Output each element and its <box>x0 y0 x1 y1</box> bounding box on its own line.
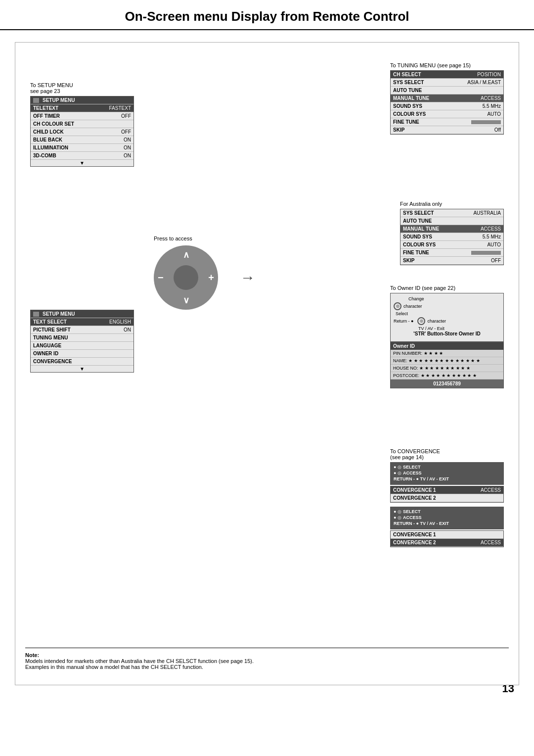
setup-menu-box-bottom: SETUP MENU TEXT SELECTENGLISH PICTURE SH… <box>30 310 134 373</box>
aus-row: FINE TUNE <box>400 249 503 257</box>
press-to-access-label: Press to access <box>154 236 218 241</box>
tuning-menu-area: To TUNING MENU (see page 15) CH SELECTPO… <box>390 62 504 135</box>
owner-id-note: To Owner ID (see page 22) <box>390 285 504 291</box>
tuning-row: SOUND SYS5.5 MHz <box>391 102 503 110</box>
menu-row: PICTURE SHIFTON <box>31 326 134 333</box>
tuning-row: AUTO TUNE <box>391 87 503 94</box>
ctrl-row: Select <box>394 311 500 316</box>
cc-row: ● ◎ ACCESS <box>394 515 500 520</box>
convergence-area: To CONVERGENCE(see page 14) ● ◎ SELECT ●… <box>390 448 504 548</box>
tuning-row: SKIPOff <box>391 126 503 134</box>
owner-id-diagram: Change ◎ character Select Return - ● ◎ c… <box>390 293 504 342</box>
convergence-ctrl-box-2: ● ◎ SELECT ● ◎ ACCESS RETURN - ● TV / AV… <box>390 507 504 529</box>
house-row: HOUSE NO: ★ ★ ★ ★ ★ ★ ★ ★ ★ ★ <box>391 365 503 372</box>
ctrl-row: Return - ● ◎ character <box>394 317 500 325</box>
page-title: On-Screen menu Display from Remote Contr… <box>125 9 409 24</box>
select-icon: ● ◎ <box>394 465 401 470</box>
menu-arrow-bottom: ▼ <box>31 365 134 372</box>
note-section: Note: Models intended for markets other … <box>25 648 509 670</box>
ctrl-row: Change <box>394 296 500 301</box>
australia-label: For Australia only <box>400 201 504 207</box>
menu-arrow: ▼ <box>31 159 134 166</box>
remote-button[interactable]: ∧ ∨ − + <box>154 245 218 310</box>
cc-row: ● ◎ ACCESS <box>394 471 500 475</box>
menu-row: ILLUMINATIONON <box>31 143 134 151</box>
aus-row: SYS SELECTAUSTRALIA <box>400 209 503 217</box>
menu-row: TUNING MENU <box>31 333 134 341</box>
setup-menu-bottom-title: SETUP MENU <box>31 310 134 318</box>
aus-row: MANUAL TUNEACCESS <box>400 225 503 233</box>
conv-row: CONVERGENCE 1 <box>391 531 503 539</box>
owner-id-box: Owner ID PIN NUMBER: ★ ★ ★ ★ NAME: ★ ★ ★… <box>390 342 504 388</box>
setup-menu-box-top: SETUP MENU TELETEXTFASTEXT OFF TIMEROFF … <box>30 96 134 167</box>
center-btn[interactable] <box>174 265 198 290</box>
note-bold: Note: <box>25 652 509 658</box>
setup-menu-title: SETUP MENU <box>31 96 134 104</box>
menu-row: CONVERGENCE <box>31 357 134 365</box>
tuning-menu-box: CH SELECTPOSITION SYS SELECTASIA / M.EAS… <box>390 70 504 135</box>
tuning-row: COLOUR SYSAUTO <box>391 110 503 118</box>
menu-row: OFF TIMEROFF <box>31 112 134 120</box>
tuning-row: MANUAL TUNEACCESS <box>391 94 503 102</box>
menu-row: OWNER ID <box>31 349 134 357</box>
arrow-up-icon: ∧ <box>183 249 189 260</box>
conv-row: CONVERGENCE 2 <box>391 494 503 502</box>
name-row: NAME: ★ ★ ★ ★ ★ ★ ★ ★ ★ ★ ★ ★ ★ ★ <box>391 357 503 365</box>
aus-row: AUTO TUNE <box>400 217 503 225</box>
next-arrow-icon: → <box>240 269 255 286</box>
owner-id-box-title: Owner ID <box>391 342 503 350</box>
tuning-row: SYS SELECTASIA / M.EAST <box>391 79 503 87</box>
owner-id-area: To Owner ID (see page 22) Change ◎ chara… <box>390 285 504 388</box>
tuning-row: FINE TUNE <box>391 118 503 126</box>
arrow-down-icon: ∨ <box>183 295 189 306</box>
convergence-note: To CONVERGENCE(see page 14) <box>390 448 504 460</box>
dial-icon-2: ◎ <box>417 317 425 325</box>
menu-row: BLUE BACKON <box>31 136 134 143</box>
postcode-row: POSTCODE: ★ ★ ★ ★ ★ ★ ★ ★ ★ ★ ★ <box>391 372 503 379</box>
ctrl-row: ◎ character <box>394 302 500 310</box>
arrow-left-icon: − <box>158 272 164 284</box>
pin-row: PIN NUMBER: ★ ★ ★ ★ <box>391 350 503 357</box>
ctrl-row: TV / AV - Exit <box>394 326 500 331</box>
menu-row: LANGUAGE <box>31 341 134 349</box>
select-icon-2: ● ◎ <box>394 509 401 514</box>
aus-row: SOUND SYS5.5 MHz <box>400 233 503 241</box>
note-line1: Models intended for markets other than A… <box>25 658 509 664</box>
tuning-note: To TUNING MENU (see page 15) <box>390 62 504 68</box>
convergence-ctrl-box-1: ● ◎ SELECT ● ◎ ACCESS RETURN - ● TV / AV… <box>390 462 504 485</box>
arrow-right-icon: + <box>208 272 214 284</box>
convergence-menu-2: CONVERGENCE 1 CONVERGENCE 2ACCESS <box>390 530 504 547</box>
setup-menu-top: To SETUP MENUsee page 23 SETUP MENU TELE… <box>30 82 134 167</box>
setup-note: To SETUP MENUsee page 23 <box>30 82 134 94</box>
access-icon-2: ● ◎ <box>394 515 401 520</box>
setup-menu-bottom: SETUP MENU TEXT SELECTENGLISH PICTURE SH… <box>30 310 134 373</box>
menu-row: CH COLOUR SET <box>31 120 134 128</box>
str-btn-label: 'STR' Button-Store Owner ID <box>394 331 500 336</box>
aus-row: SKIPOFF <box>400 257 503 265</box>
conv-row: CONVERGENCE 1ACCESS <box>391 486 503 494</box>
dial-icon: ◎ <box>394 302 401 310</box>
note-line2: Examples in this manual show a model tha… <box>25 664 509 670</box>
australia-area: For Australia only SYS SELECTAUSTRALIA A… <box>400 201 504 265</box>
number-pad-row: 0123456789 <box>391 379 503 388</box>
cc-row: ● ◎ SELECT <box>394 465 500 470</box>
page-header: On-Screen menu Display from Remote Contr… <box>0 0 534 30</box>
tuning-row: CH SELECTPOSITION <box>391 71 503 79</box>
convergence-menu-1: CONVERGENCE 1ACCESS CONVERGENCE 2 <box>390 486 504 503</box>
menu-row: 3D-COMBON <box>31 151 134 159</box>
aus-menu-box: SYS SELECTAUSTRALIA AUTO TUNE MANUAL TUN… <box>400 209 504 265</box>
remote-area: Press to access ∧ ∨ − + → <box>154 236 218 312</box>
cc-row: RETURN - ● TV / AV - EXIT <box>394 476 500 481</box>
menu-row: TELETEXTFASTEXT <box>31 104 134 112</box>
aus-row: COLOUR SYSAUTO <box>400 241 503 249</box>
menu-row: TEXT SELECTENGLISH <box>31 318 134 326</box>
cc-row: RETURN - ● TV / AV - EXIT <box>394 521 500 526</box>
char-controls: Change ◎ character Select Return - ● ◎ c… <box>394 296 500 331</box>
access-icon: ● ◎ <box>394 471 401 475</box>
menu-row: CHILD LOCKOFF <box>31 128 134 136</box>
main-content: To SETUP MENUsee page 23 SETUP MENU TELE… <box>15 42 519 685</box>
conv-row: CONVERGENCE 2ACCESS <box>391 539 503 547</box>
cc-row: ● ◎ SELECT <box>394 509 500 514</box>
